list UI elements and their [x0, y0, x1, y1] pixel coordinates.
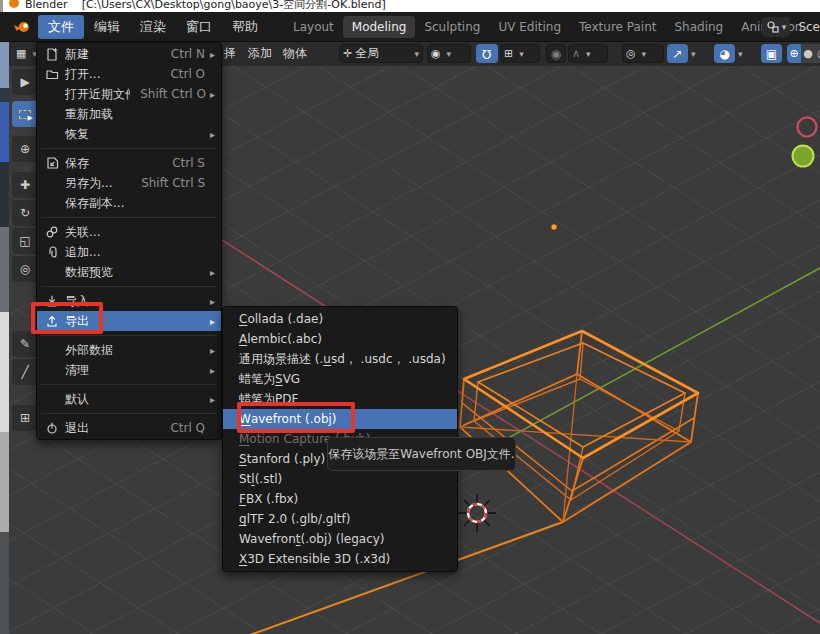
scene-selector[interactable]: ▾ Sce [762, 15, 820, 39]
submenu-item-stl[interactable]: Stl (.stl) [223, 469, 457, 489]
chevron-down-icon: ▾ [738, 49, 743, 59]
shading-solid-button[interactable]: ● [801, 44, 815, 63]
tool-transform[interactable]: ◎ [12, 256, 38, 282]
menu-item-save[interactable]: 保存 Ctrl S [37, 153, 221, 173]
tool-move[interactable]: ✚ [12, 172, 38, 198]
menubar-render[interactable]: 渲染 [130, 15, 176, 39]
select-box-icon: ▶ [19, 110, 31, 119]
menubar-edit[interactable]: 编辑 [84, 15, 130, 39]
chevron-down-icon: ▾ [414, 49, 419, 59]
menu-select[interactable]: 择 [224, 44, 236, 63]
object-visibility-dropdown[interactable]: ◎ ▾ [622, 44, 664, 63]
scene-name: Sce [798, 20, 820, 34]
blender-logo-icon-small [9, 0, 19, 8]
menu-item-save-copy[interactable]: 保存副本... [37, 193, 221, 213]
wireframe-globe-icon: ⊕ [789, 47, 798, 60]
submenu-item-alembic[interactable]: Alembic(.abc) [223, 329, 457, 349]
tool-scale[interactable]: ◱ [12, 228, 38, 254]
submenu-item-collada[interactable]: Collada (.dae) [223, 309, 457, 329]
window-title: Blender[C:\Users\CX\Desktop\gong\baoye\3… [25, 0, 386, 12]
menu-item-save-as[interactable]: 另存为... Shift Ctrl S [37, 173, 221, 193]
submenu-arrow-icon: ▸ [205, 49, 215, 60]
tab-uv-editing[interactable]: UV Editing [489, 16, 570, 38]
shading-wireframe-button[interactable]: ⊕ [787, 44, 801, 63]
workspace-tabs: Layout Modeling Sculpting UV Editing Tex… [284, 16, 820, 38]
background-window-strip [0, 12, 9, 634]
show-gizmo-dropdown[interactable]: ↗ ▾ [667, 44, 710, 63]
pivot-icon: ◉ [431, 47, 441, 60]
menu-separator [41, 384, 217, 385]
transform-orientation-dropdown[interactable]: ✛ 全局 ▾ [339, 44, 423, 63]
submenu-item-fbx[interactable]: FBX (.fbx) [223, 489, 457, 509]
tool-annotate[interactable]: ✎ [12, 331, 38, 357]
tab-modeling[interactable]: Modeling [343, 16, 416, 38]
proportional-edit-icon: ◉ [551, 47, 561, 61]
measure-ruler-icon: ╱ [21, 365, 28, 379]
tool-cursor[interactable]: ⊕ [12, 136, 38, 162]
snap-toggle-button[interactable]: Ω [476, 44, 498, 63]
tab-texture-paint[interactable]: Texture Paint [570, 16, 665, 38]
topbar: 文件 编辑 渲染 窗口 帮助 Layout Modeling Sculpting… [0, 12, 820, 42]
menu-object[interactable]: 物体 [283, 44, 307, 63]
submenu-item-gltf[interactable]: glTF 2.0 (.glb/.gltf) [223, 509, 457, 529]
menu-item-open-recent[interactable]: 打开近期文件 Shift Ctrl O ▸ [37, 84, 221, 104]
shading-material-button[interactable]: ◑ [815, 44, 820, 63]
submenu-arrow-icon: ▸ [205, 365, 215, 376]
snap-grid-icon: ⊞ [504, 47, 513, 60]
tool-add-cube[interactable]: ⊞ [12, 405, 38, 431]
show-overlays-dropdown[interactable]: ◕ ▾ [714, 44, 757, 63]
annotate-pen-icon: ✎ [20, 337, 30, 351]
menu-add[interactable]: 添加 [248, 44, 272, 63]
annotation-rect-wavefront [237, 402, 355, 433]
submenu-arrow-icon: ▸ [206, 89, 215, 100]
menu-item-quit[interactable]: 退出 Ctrl Q [37, 418, 221, 438]
menu-item-open[interactable]: 打开... Ctrl O [37, 64, 221, 84]
menu-separator [41, 217, 217, 218]
menu-item-defaults[interactable]: 默认 ▸ [37, 389, 221, 409]
editor-3d-viewport-icon: ▦ [16, 47, 26, 60]
submenu-arrow-icon: ▸ [205, 394, 215, 405]
menu-separator [41, 413, 217, 414]
tool-rotate[interactable]: ↻ [12, 200, 38, 226]
menu-item-link[interactable]: 关联... [37, 222, 221, 242]
menu-item-external-data[interactable]: 外部数据 ▸ [37, 340, 221, 360]
submenu-item-usd[interactable]: 通用场景描述 (.usd， .usdc， .usda) [223, 349, 457, 369]
visibility-eye-icon: ◎ [626, 47, 636, 60]
tool-tweak[interactable]: ▶ [12, 69, 38, 95]
menu-item-recover[interactable]: 恢复 ▸ [37, 124, 221, 144]
window-titlebar: Blender[C:\Users\CX\Desktop\gong\baoye\3… [0, 0, 820, 12]
chevron-down-icon: ▾ [782, 22, 787, 32]
submenu-item-x3d[interactable]: X3D Extensible 3D (.x3d) [223, 549, 457, 569]
chevron-down-icon: ▾ [691, 49, 696, 59]
pivot-point-dropdown[interactable]: ◉ ▾ [427, 44, 471, 63]
toggle-xray-button[interactable]: ▣ [761, 44, 782, 63]
tab-sculpting[interactable]: Sculpting [415, 16, 489, 38]
submenu-arrow-icon: ▸ [205, 296, 215, 307]
power-icon [45, 421, 59, 435]
menu-item-data-previews[interactable]: 数据预览 ▸ [37, 262, 221, 282]
menu-item-revert[interactable]: 重新加载 [37, 104, 221, 124]
tab-layout[interactable]: Layout [284, 16, 343, 38]
tab-shading[interactable]: Shading [665, 16, 732, 38]
snap-with-dropdown[interactable]: ⊞ ▾ [500, 44, 540, 63]
menu-item-clean-up[interactable]: 清理 ▸ [37, 360, 221, 380]
menu-item-new[interactable]: 新建 Ctrl N ▸ [37, 44, 221, 64]
menubar-help[interactable]: 帮助 [222, 15, 268, 39]
magnet-icon: Ω [482, 47, 491, 61]
move-arrows-icon: ✚ [20, 178, 30, 192]
add-cube-icon: ⊞ [20, 411, 30, 425]
menubar-file[interactable]: 文件 [38, 15, 84, 39]
overlays-icon: ◕ [714, 44, 735, 63]
blender-window: Blender[C:\Users\CX\Desktop\gong\baoye\3… [0, 0, 820, 634]
proportional-edit-button[interactable]: ◉ [546, 44, 566, 63]
rotate-icon: ↻ [20, 206, 30, 220]
proportional-falloff-dropdown[interactable]: ∧ ▾ [568, 44, 608, 63]
menubar-window[interactable]: 窗口 [176, 15, 222, 39]
submenu-item-grease-pencil-svg[interactable]: 蜡笔为SVG [223, 369, 457, 389]
menu-item-append[interactable]: 追加... [37, 242, 221, 262]
tool-measure[interactable]: ╱ [12, 359, 38, 385]
tool-select-box[interactable]: ▶ [12, 101, 38, 127]
submenu-item-wavefront-legacy[interactable]: Wavefront (.obj) (legacy) [223, 529, 457, 549]
chevron-down-icon: ▾ [447, 49, 452, 59]
orientation-icon: ✛ [343, 47, 352, 60]
